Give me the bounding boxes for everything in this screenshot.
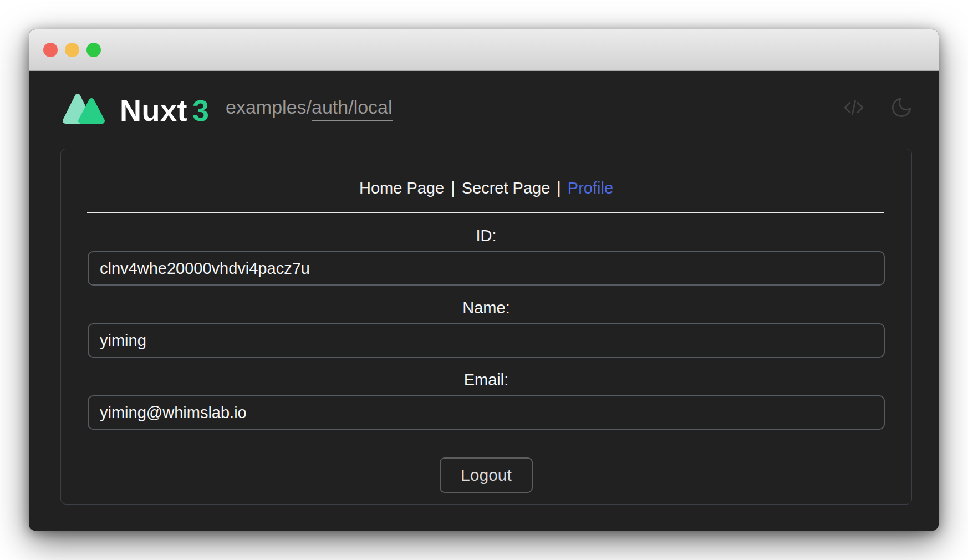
page-content: Nuxt 3 examples/auth/local: [29, 90, 939, 531]
browser-window: Nuxt 3 examples/auth/local: [29, 29, 939, 531]
nav-link-secret[interactable]: Secret Page: [462, 179, 551, 197]
nav-separator: |: [444, 179, 462, 197]
close-button[interactable]: [43, 43, 58, 57]
logout-button[interactable]: Logout: [440, 457, 533, 493]
nav-divider: [87, 212, 884, 213]
moon-icon[interactable]: [890, 96, 913, 119]
nav-separator: |: [550, 179, 568, 197]
brand-version: 3: [192, 95, 209, 125]
header-icons: [842, 96, 913, 119]
email-label: Email:: [61, 370, 911, 390]
window-titlebar: [29, 29, 939, 71]
brand-name: Nuxt: [120, 95, 187, 125]
id-label: ID:: [61, 226, 911, 246]
nav-link-home[interactable]: Home Page: [359, 179, 444, 197]
name-input[interactable]: [88, 323, 885, 358]
app-header: Nuxt 3 examples/auth/local: [61, 90, 913, 125]
minimize-button[interactable]: [65, 43, 79, 57]
email-input[interactable]: [88, 395, 885, 430]
breadcrumb: examples/auth/local: [226, 97, 393, 118]
code-icon[interactable]: [842, 96, 865, 119]
nuxt-logo-icon: [61, 90, 108, 125]
name-label: Name:: [61, 298, 911, 318]
breadcrumb-current-link[interactable]: auth/local: [312, 96, 393, 121]
zoom-button[interactable]: [86, 43, 101, 57]
breadcrumb-prefix: examples/: [226, 96, 312, 118]
page-nav: Home Page|Secret Page|Profile: [61, 177, 911, 199]
profile-card: Home Page|Secret Page|Profile ID: Name: …: [60, 149, 912, 505]
id-input[interactable]: [88, 251, 885, 286]
nav-link-profile[interactable]: Profile: [568, 179, 613, 197]
nuxt-logo-link[interactable]: Nuxt 3: [61, 90, 209, 125]
